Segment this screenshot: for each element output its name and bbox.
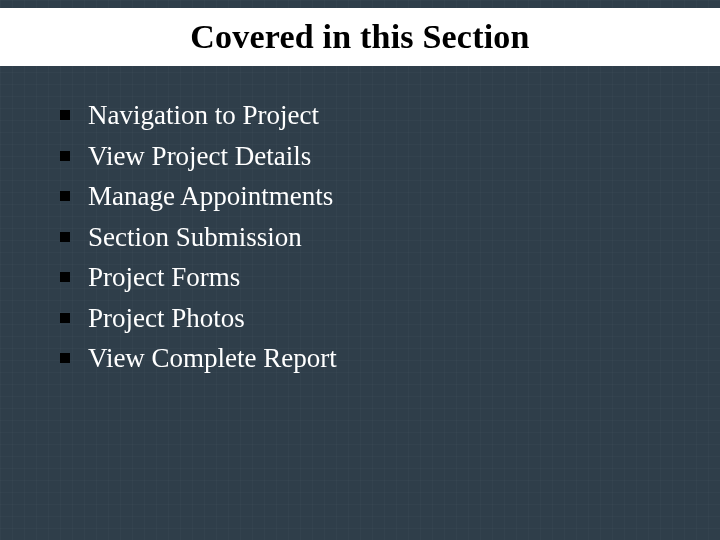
list-item: Project Photos [60,301,680,336]
bullet-list: Navigation to Project View Project Detai… [60,98,680,376]
slide-title: Covered in this Section [190,18,529,56]
list-item-label: Project Forms [88,260,680,295]
square-bullet-icon [60,353,70,363]
square-bullet-icon [60,151,70,161]
content-area: Navigation to Project View Project Detai… [60,98,680,382]
square-bullet-icon [60,272,70,282]
list-item-label: Section Submission [88,220,680,255]
list-item: Navigation to Project [60,98,680,133]
list-item: View Project Details [60,139,680,174]
slide: Covered in this Section Navigation to Pr… [0,0,720,540]
list-item-label: Navigation to Project [88,98,680,133]
list-item: Manage Appointments [60,179,680,214]
list-item: Project Forms [60,260,680,295]
list-item-label: View Project Details [88,139,680,174]
title-band: Covered in this Section [0,8,720,66]
square-bullet-icon [60,110,70,120]
list-item: View Complete Report [60,341,680,376]
list-item-label: Manage Appointments [88,179,680,214]
list-item-label: View Complete Report [88,341,680,376]
list-item-label: Project Photos [88,301,680,336]
square-bullet-icon [60,232,70,242]
square-bullet-icon [60,313,70,323]
list-item: Section Submission [60,220,680,255]
square-bullet-icon [60,191,70,201]
